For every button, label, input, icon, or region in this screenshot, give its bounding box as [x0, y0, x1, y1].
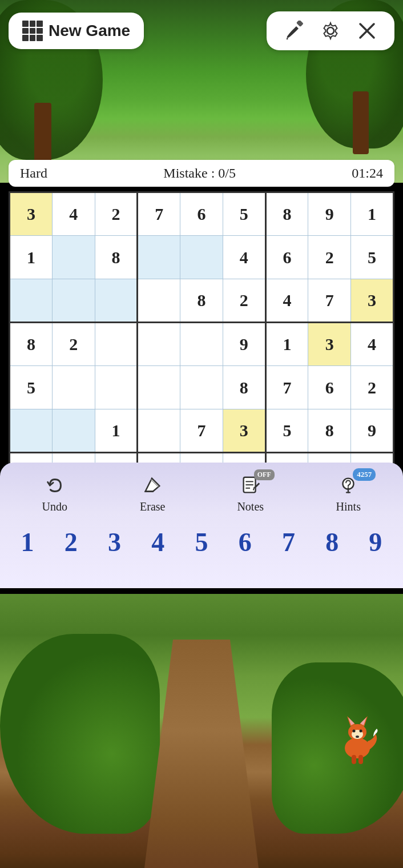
table-row[interactable] — [138, 323, 180, 366]
table-row[interactable]: 9 — [308, 192, 351, 236]
table-row[interactable]: 4 — [351, 323, 394, 366]
table-row[interactable] — [180, 323, 223, 366]
table-row[interactable]: 3 — [223, 409, 265, 453]
table-row[interactable]: 6 — [180, 192, 223, 236]
table-row[interactable]: 2 — [223, 279, 265, 323]
table-row[interactable] — [138, 236, 180, 279]
svg-rect-0 — [296, 21, 304, 27]
tree-trunk-right — [353, 91, 369, 154]
table-row[interactable] — [52, 279, 95, 323]
hints-badge: 4257 — [353, 468, 376, 481]
hints-label: Hints — [336, 500, 361, 513]
table-row[interactable]: 8 — [180, 279, 223, 323]
table-row[interactable]: 4 — [265, 279, 308, 323]
table-row[interactable]: 3 — [308, 323, 351, 366]
tool-row: Undo Erase — [6, 474, 397, 513]
table-row[interactable]: 7 — [180, 409, 223, 453]
table-row[interactable]: 4 — [52, 192, 95, 236]
table-row[interactable]: 8 — [10, 323, 53, 366]
difficulty-label: Hard — [20, 166, 47, 181]
table-row[interactable]: 8 — [265, 192, 308, 236]
table-row[interactable] — [180, 366, 223, 409]
timer-label: 01:24 — [352, 166, 383, 181]
table-row[interactable]: 8 — [95, 236, 138, 279]
svg-rect-15 — [358, 755, 363, 764]
table-row[interactable]: 9 — [223, 323, 265, 366]
table-row[interactable]: 1 — [10, 236, 53, 279]
gear-icon — [320, 21, 341, 41]
table-row[interactable]: 9 — [351, 409, 394, 453]
notes-icon-wrap: OFF — [239, 474, 262, 497]
table-row[interactable] — [138, 409, 180, 453]
number-button-6[interactable]: 6 — [223, 525, 267, 560]
number-button-3[interactable]: 3 — [92, 525, 136, 560]
table-row[interactable] — [95, 366, 138, 409]
table-row[interactable]: 2 — [351, 366, 394, 409]
bottom-panel: Undo Erase — [0, 463, 403, 588]
table-row[interactable] — [52, 409, 95, 453]
table-row[interactable]: 4 — [223, 236, 265, 279]
fox-decoration — [335, 708, 380, 765]
erase-tool[interactable]: Erase — [104, 474, 202, 513]
table-row[interactable] — [138, 279, 180, 323]
table-row[interactable]: 6 — [308, 366, 351, 409]
svg-point-1 — [327, 27, 334, 34]
table-row[interactable] — [10, 409, 53, 453]
path — [144, 640, 259, 868]
erase-icon — [141, 474, 164, 497]
mistake-label: Mistake : 0/5 — [163, 166, 236, 181]
svg-point-11 — [356, 736, 359, 738]
new-game-button[interactable]: New Game — [9, 13, 144, 49]
grid-icon — [22, 21, 43, 41]
table-row[interactable] — [52, 366, 95, 409]
number-button-8[interactable]: 8 — [311, 525, 354, 560]
table-row[interactable] — [95, 279, 138, 323]
hints-icon-wrap: 4257 — [337, 474, 360, 497]
notes-tool[interactable]: OFF Notes — [202, 474, 300, 513]
number-button-9[interactable]: 9 — [354, 525, 397, 560]
table-row[interactable]: 7 — [265, 366, 308, 409]
table-row[interactable]: 8 — [308, 409, 351, 453]
table-row[interactable] — [180, 236, 223, 279]
table-row[interactable]: 7 — [138, 192, 180, 236]
header: New Game — [9, 11, 394, 50]
table-row[interactable]: 2 — [52, 323, 95, 366]
table-row[interactable]: 6 — [265, 236, 308, 279]
undo-tool[interactable]: Undo — [6, 474, 104, 513]
number-button-2[interactable]: 2 — [49, 525, 92, 560]
brush-button[interactable] — [276, 17, 312, 45]
number-button-7[interactable]: 7 — [267, 525, 310, 560]
table-row[interactable]: 2 — [95, 192, 138, 236]
table-row[interactable]: 1 — [95, 409, 138, 453]
table-row[interactable]: 7 — [308, 279, 351, 323]
settings-button[interactable] — [312, 17, 349, 45]
table-row[interactable]: 3 — [351, 279, 394, 323]
hints-tool[interactable]: 4257 Hints — [300, 474, 398, 513]
table-row[interactable]: 2 — [308, 236, 351, 279]
table-row[interactable] — [52, 236, 95, 279]
table-row[interactable]: 5 — [265, 409, 308, 453]
table-row[interactable] — [95, 323, 138, 366]
svg-point-12 — [353, 730, 356, 733]
svg-rect-14 — [352, 755, 356, 764]
table-row[interactable]: 5 — [351, 236, 394, 279]
number-row: 123456789 — [6, 523, 397, 562]
table-row[interactable]: 1 — [265, 323, 308, 366]
table-row[interactable]: 8 — [223, 366, 265, 409]
undo-icon — [43, 474, 66, 497]
undo-icon-wrap — [43, 474, 66, 497]
erase-label: Erase — [140, 500, 165, 513]
table-row[interactable]: 1 — [351, 192, 394, 236]
number-button-5[interactable]: 5 — [180, 525, 223, 560]
table-row[interactable] — [10, 279, 53, 323]
close-button[interactable] — [349, 17, 385, 45]
table-row[interactable]: 3 — [10, 192, 53, 236]
table-row[interactable]: 5 — [10, 366, 53, 409]
new-game-label: New Game — [49, 22, 130, 40]
close-icon — [357, 21, 377, 41]
table-row[interactable]: 5 — [223, 192, 265, 236]
svg-point-4 — [345, 738, 370, 758]
number-button-4[interactable]: 4 — [136, 525, 180, 560]
number-button-1[interactable]: 1 — [6, 525, 49, 560]
table-row[interactable] — [138, 366, 180, 409]
